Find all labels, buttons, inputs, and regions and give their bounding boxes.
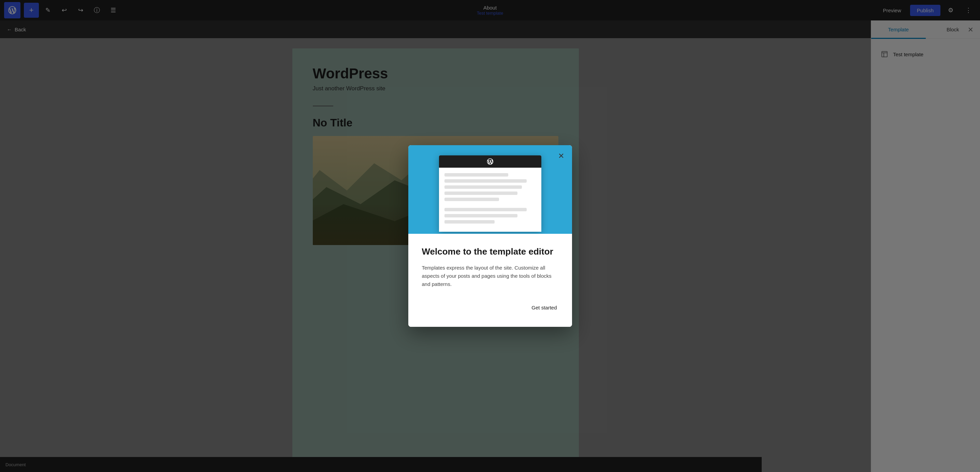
skeleton-spacer: [444, 204, 536, 208]
get-started-button[interactable]: Get started: [530, 302, 558, 313]
skeleton-line-6: [444, 208, 527, 211]
modal-preview-browser: [439, 155, 541, 232]
modal-overlay[interactable]: ✕: [0, 0, 980, 472]
modal-header: ✕: [408, 145, 572, 234]
modal-description: Templates express the layout of the site…: [422, 264, 558, 288]
skeleton-line-2: [444, 179, 527, 183]
skeleton-line-7: [444, 214, 517, 217]
browser-address-bar: [439, 155, 541, 168]
skeleton-line-3: [444, 185, 522, 189]
welcome-modal: ✕: [408, 145, 572, 327]
browser-wp-logo-icon: [487, 158, 494, 165]
skeleton-line-4: [444, 192, 517, 195]
modal-title: Welcome to the template editor: [422, 246, 558, 258]
browser-preview-content: [439, 168, 541, 232]
modal-close-icon: ✕: [558, 152, 564, 160]
modal-footer: Get started: [422, 302, 558, 313]
skeleton-line-8: [444, 220, 495, 223]
modal-close-button[interactable]: ✕: [555, 150, 567, 162]
modal-body: Welcome to the template editor Templates…: [408, 234, 572, 327]
skeleton-line-1: [444, 173, 509, 177]
skeleton-line-5: [444, 198, 500, 201]
